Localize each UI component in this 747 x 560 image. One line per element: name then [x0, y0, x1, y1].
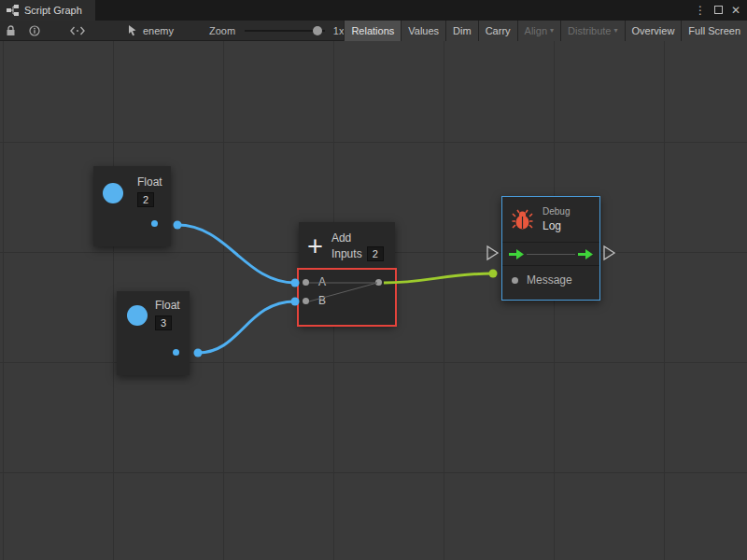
port-label: B [318, 294, 326, 307]
message-label: Message [527, 273, 572, 287]
flow-exit-triangle-icon[interactable] [604, 246, 614, 259]
input-port-a[interactable] [303, 279, 309, 286]
zoom-slider[interactable] [245, 30, 325, 32]
add-ports-selection: A B [297, 268, 397, 327]
wire-endpoint [174, 221, 182, 230]
graph-canvas[interactable]: Float 2 Float 3 + Add Inputs 2 [0, 41, 747, 560]
values-button[interactable]: Values [401, 21, 445, 41]
message-row: Message [502, 266, 599, 294]
fullscreen-button[interactable]: Full Screen [681, 21, 747, 41]
input-port-b[interactable] [303, 298, 309, 304]
close-icon[interactable]: ✕ [731, 5, 740, 16]
port-row-b: B [303, 294, 389, 307]
code-icon[interactable] [70, 26, 85, 35]
graph-name-label: enemy [143, 25, 174, 36]
add-node-header: + Add Inputs 2 [299, 222, 395, 268]
menu-icon[interactable]: ⋮ [695, 5, 706, 16]
script-graph-icon [7, 5, 19, 16]
add-icon: + [307, 234, 323, 259]
align-dropdown[interactable]: Align▾ [517, 21, 560, 41]
float-output-port[interactable] [173, 349, 179, 356]
port-label: A [318, 275, 326, 288]
debug-node-header: Debug Log [502, 197, 599, 242]
float-icon [103, 183, 123, 203]
dim-button[interactable]: Dim [445, 21, 478, 41]
zoom-label: Zoom [209, 25, 235, 36]
lock-icon[interactable] [6, 25, 16, 36]
port-row-a: A [303, 275, 389, 288]
info-icon[interactable] [29, 25, 40, 36]
node-title: Log [543, 219, 570, 232]
flow-in-arrow-icon[interactable] [509, 248, 524, 260]
node-title: Add [331, 231, 384, 245]
float-icon [127, 305, 148, 326]
maximize-icon[interactable] [714, 5, 723, 16]
flow-entry-triangle-icon[interactable] [487, 246, 498, 259]
distribute-dropdown[interactable]: Distribute▾ [560, 21, 624, 41]
add-node[interactable]: + Add Inputs 2 A B [299, 222, 395, 325]
toolbar-buttons: Relations Values Dim Carry Align▾ Distri… [344, 21, 747, 41]
float-node-2[interactable]: Float 3 [117, 291, 190, 375]
zoom-value: 1x [333, 25, 345, 36]
cursor-icon [128, 25, 137, 36]
graph-toolbar: enemy Zoom 1x Relations Values Dim Carry… [0, 21, 747, 41]
chevron-down-icon: ▾ [614, 26, 618, 35]
wire-endpoint [489, 270, 498, 278]
wire-float1-to-a[interactable] [177, 225, 295, 283]
node-title: Float [137, 175, 162, 189]
float-value-field[interactable]: 3 [155, 315, 172, 330]
wire-endpoint [194, 349, 203, 357]
wire-float2-to-b[interactable] [198, 301, 295, 353]
wire-add-to-message[interactable] [384, 273, 493, 283]
overview-button[interactable]: Overview [625, 21, 682, 41]
node-title: Float [155, 299, 180, 312]
bug-icon [512, 208, 533, 231]
node-kicker: Debug [543, 206, 570, 217]
flow-out-arrow-icon[interactable] [578, 248, 593, 260]
titlebar: Script Graph ⋮ ✕ [0, 0, 747, 21]
chevron-down-icon: ▾ [550, 26, 554, 35]
float-node-1[interactable]: Float 2 [93, 166, 171, 246]
zoom-slider-knob[interactable] [313, 26, 322, 35]
tab-title: Script Graph [24, 5, 82, 16]
float-value-field[interactable]: 2 [137, 192, 154, 207]
message-input-port[interactable] [512, 277, 518, 284]
inputs-label: Inputs [331, 247, 362, 260]
tab-script-graph[interactable]: Script Graph [0, 0, 95, 21]
window-controls: ⋮ ✕ [695, 0, 747, 21]
relations-button[interactable]: Relations [344, 21, 401, 41]
inputs-count-field[interactable]: 2 [367, 246, 384, 261]
output-port-sum[interactable] [375, 279, 382, 286]
carry-button[interactable]: Carry [478, 21, 517, 41]
debug-log-node[interactable]: Debug Log Message [501, 196, 600, 301]
flow-row [502, 243, 599, 265]
float-output-port[interactable] [151, 220, 158, 227]
flow-relation-line [527, 254, 575, 255]
